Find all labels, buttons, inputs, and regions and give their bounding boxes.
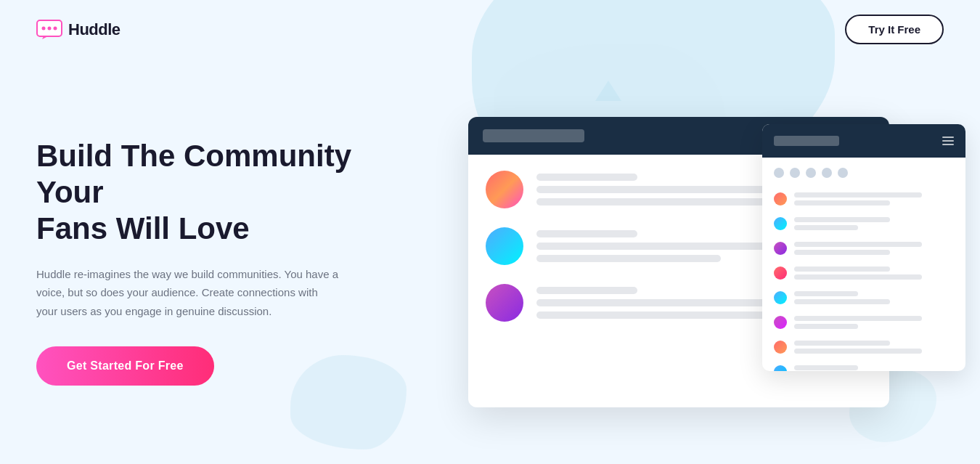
sc-text-lines xyxy=(794,242,954,255)
sc-row-3 xyxy=(774,242,954,255)
sc-text-lines xyxy=(794,217,954,230)
text-line xyxy=(536,174,637,181)
try-free-button[interactable]: Try It Free xyxy=(845,15,944,44)
sc-row-5 xyxy=(774,291,954,304)
text-line xyxy=(536,255,721,262)
avatar-3 xyxy=(486,284,523,322)
dot-5 xyxy=(838,168,848,178)
navbar: Huddle Try It Free xyxy=(0,0,980,59)
sc-avatar-2 xyxy=(774,217,787,230)
sc-hamburger-icon xyxy=(942,137,954,145)
hero-description: Huddle re-imagines the way we build comm… xyxy=(36,265,341,321)
sc-text-lines xyxy=(794,341,954,354)
main-content: Build The Community Your Fans Will Love … xyxy=(0,59,980,464)
text-line xyxy=(536,287,637,294)
sc-row-6 xyxy=(774,316,954,329)
secondary-card-body xyxy=(762,158,965,371)
hero-illustration xyxy=(414,95,944,429)
dots-row xyxy=(774,168,954,178)
headline: Build The Community Your Fans Will Love xyxy=(36,138,385,248)
avatar-2 xyxy=(486,227,523,265)
sc-text-lines xyxy=(794,365,954,371)
text-line xyxy=(536,230,637,237)
dot-2 xyxy=(790,168,800,178)
logo-icon xyxy=(36,20,62,40)
sc-row-8 xyxy=(774,365,954,371)
dot-1 xyxy=(774,168,784,178)
avatar-1 xyxy=(486,171,523,208)
sc-avatar-4 xyxy=(774,266,787,280)
sc-avatar-6 xyxy=(774,316,787,329)
sc-text-lines xyxy=(794,266,954,280)
logo-text: Huddle xyxy=(68,20,121,39)
sc-text-lines xyxy=(794,192,954,205)
svg-point-1 xyxy=(42,26,46,30)
sc-avatar-7 xyxy=(774,341,787,354)
card-search-bar xyxy=(483,129,584,142)
secondary-illustration-card xyxy=(762,124,965,371)
sc-avatar-1 xyxy=(774,192,787,205)
logo: Huddle xyxy=(36,20,121,40)
sc-text-lines xyxy=(794,316,954,329)
sc-row-4 xyxy=(774,266,954,280)
svg-point-2 xyxy=(48,26,52,30)
dot-4 xyxy=(822,168,832,178)
triangle-decoration xyxy=(595,81,621,101)
sc-avatar-3 xyxy=(774,242,787,255)
svg-point-3 xyxy=(54,26,57,30)
sc-avatar-5 xyxy=(774,291,787,304)
secondary-card-header xyxy=(762,124,965,158)
hero-left: Build The Community Your Fans Will Love … xyxy=(36,138,385,386)
sc-row-2 xyxy=(774,217,954,230)
sc-search-bar xyxy=(774,136,839,146)
sc-row-7 xyxy=(774,341,954,354)
cta-button[interactable]: Get Started For Free xyxy=(36,346,214,386)
sc-text-lines xyxy=(794,291,954,304)
dot-3 xyxy=(806,168,816,178)
sc-row-1 xyxy=(774,192,954,205)
sc-avatar-8 xyxy=(774,365,787,371)
